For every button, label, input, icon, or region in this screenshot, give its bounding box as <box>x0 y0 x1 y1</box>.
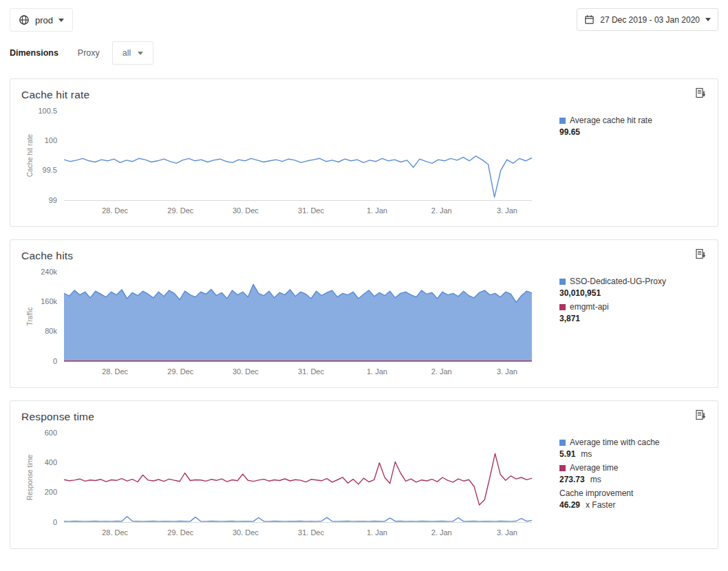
card-response-time: Response time Response time020040060028.… <box>10 400 718 549</box>
svg-text:Cache hit rate: Cache hit rate <box>26 133 34 177</box>
svg-text:1. Jan: 1. Jan <box>367 367 387 376</box>
chart-canvas: Cache hit rate9999.5100100.528. Dec29. D… <box>21 104 546 219</box>
export-report-button[interactable] <box>695 248 707 260</box>
svg-text:30. Dec: 30. Dec <box>233 206 259 215</box>
svg-text:0: 0 <box>53 518 57 526</box>
legend-label: Average cache hit rate <box>570 115 652 127</box>
svg-text:Traffic: Traffic <box>26 307 34 325</box>
svg-text:400: 400 <box>45 458 57 466</box>
svg-text:2. Jan: 2. Jan <box>431 367 452 376</box>
svg-text:29. Dec: 29. Dec <box>167 367 193 376</box>
svg-text:29. Dec: 29. Dec <box>167 206 193 215</box>
svg-text:2. Jan: 2. Jan <box>431 206 452 215</box>
legend-entry: Cache improvement46.29x Faster <box>559 488 707 511</box>
chart-canvas: Response time020040060028. Dec29. Dec30.… <box>21 426 546 541</box>
svg-text:3. Jan: 3. Jan <box>497 206 517 215</box>
svg-text:240k: 240k <box>41 268 57 276</box>
svg-text:Response time: Response time <box>26 454 34 500</box>
legend-value: 3,871 <box>559 313 707 325</box>
chevron-down-icon <box>58 19 64 22</box>
card-title: Cache hit rate <box>21 89 707 101</box>
legend-entry: SSO-Dedicated-UG-Proxy30,010,951 <box>559 276 707 299</box>
legend-label: Average time with cache <box>570 437 660 449</box>
legend-value: 273.73ms <box>559 474 707 486</box>
chevron-down-icon <box>138 52 143 55</box>
chevron-down-icon <box>705 18 711 21</box>
cache-hits-legend: SSO-Dedicated-UG-Proxy30,010,951emgmt-ap… <box>559 265 707 327</box>
cache-hit-rate-legend: Average cache hit rate99.65 <box>559 104 707 140</box>
legend-label: emgmt-api <box>570 301 609 313</box>
legend-value: 30,010,951 <box>559 288 707 299</box>
svg-text:30. Dec: 30. Dec <box>233 528 259 537</box>
calendar-icon <box>584 14 595 25</box>
legend-label: Average time <box>570 462 618 474</box>
svg-text:3. Jan: 3. Jan <box>497 528 517 537</box>
dimensions-label: Dimensions <box>10 48 58 58</box>
environment-label: prod <box>35 15 53 25</box>
svg-text:0: 0 <box>53 357 57 365</box>
export-report-icon <box>695 87 707 99</box>
svg-text:30. Dec: 30. Dec <box>233 367 259 376</box>
legend-swatch <box>559 118 566 124</box>
legend-entry: Average time273.73ms <box>559 462 707 486</box>
cache-hit-rate-chart: Cache hit rate9999.5100100.528. Dec29. D… <box>21 104 546 219</box>
dimensions-filter-bar: Dimensions Proxy all <box>0 36 728 72</box>
svg-text:1. Jan: 1. Jan <box>367 206 387 215</box>
svg-text:31. Dec: 31. Dec <box>298 528 324 537</box>
svg-text:99: 99 <box>49 196 57 204</box>
svg-text:28. Dec: 28. Dec <box>102 206 128 215</box>
legend-value: 5.91ms <box>559 449 707 460</box>
card-cache-hits: Cache hits Traffic080k160k240k28. Dec29.… <box>10 239 718 388</box>
svg-text:100: 100 <box>45 136 57 144</box>
legend-entry: Average cache hit rate99.65 <box>559 115 707 138</box>
svg-text:160k: 160k <box>41 297 57 305</box>
legend-swatch <box>559 304 566 310</box>
svg-text:99.5: 99.5 <box>43 166 57 174</box>
legend-swatch <box>559 465 566 471</box>
export-report-icon <box>695 248 707 260</box>
legend-value: 46.29x Faster <box>559 499 707 511</box>
card-title: Response time <box>21 411 707 423</box>
response-time-legend: Average time with cache5.91msAverage tim… <box>559 426 707 513</box>
export-report-icon <box>695 409 707 421</box>
svg-text:28. Dec: 28. Dec <box>102 367 128 376</box>
topbar: prod 27 Dec 2019 - 03 Jan 2020 <box>0 0 728 36</box>
export-report-button[interactable] <box>695 409 707 421</box>
response-time-chart: Response time020040060028. Dec29. Dec30.… <box>21 426 546 541</box>
svg-text:100.5: 100.5 <box>38 107 57 115</box>
card-body: Cache hit rate9999.5100100.528. Dec29. D… <box>21 104 707 219</box>
svg-text:200: 200 <box>45 488 57 496</box>
legend-swatch <box>559 440 566 446</box>
card-body: Response time020040060028. Dec29. Dec30.… <box>21 426 707 541</box>
chart-canvas: Traffic080k160k240k28. Dec29. Dec30. Dec… <box>21 265 546 380</box>
environment-selector[interactable]: prod <box>10 8 73 32</box>
date-range-label: 27 Dec 2019 - 03 Jan 2020 <box>600 15 700 25</box>
proxy-filter-dropdown[interactable]: all <box>112 41 154 65</box>
svg-text:29. Dec: 29. Dec <box>167 528 193 537</box>
legend-entry: Average time with cache5.91ms <box>559 437 707 460</box>
legend-entry: emgmt-api3,871 <box>559 301 707 325</box>
legend-label: Cache improvement <box>559 488 633 499</box>
legend-value: 99.65 <box>559 127 707 138</box>
proxy-dimension-label: Proxy <box>78 48 100 58</box>
cache-hits-chart: Traffic080k160k240k28. Dec29. Dec30. Dec… <box>21 265 546 380</box>
svg-text:31. Dec: 31. Dec <box>298 206 324 215</box>
export-report-button[interactable] <box>695 87 707 99</box>
svg-text:3. Jan: 3. Jan <box>497 367 517 376</box>
globe-icon <box>19 14 30 25</box>
svg-text:600: 600 <box>45 429 57 437</box>
card-title: Cache hits <box>21 250 707 262</box>
legend-label: SSO-Dedicated-UG-Proxy <box>570 276 666 288</box>
svg-text:1. Jan: 1. Jan <box>367 528 387 537</box>
legend-swatch <box>559 279 566 285</box>
proxy-filter-value: all <box>122 48 131 58</box>
card-body: Traffic080k160k240k28. Dec29. Dec30. Dec… <box>21 265 707 380</box>
svg-text:31. Dec: 31. Dec <box>298 367 324 376</box>
svg-text:2. Jan: 2. Jan <box>431 528 452 537</box>
card-cache-hit-rate: Cache hit rate Cache hit rate9999.510010… <box>10 78 718 227</box>
svg-text:80k: 80k <box>45 327 57 335</box>
date-range-picker[interactable]: 27 Dec 2019 - 03 Jan 2020 <box>577 8 718 31</box>
svg-text:28. Dec: 28. Dec <box>102 528 128 537</box>
